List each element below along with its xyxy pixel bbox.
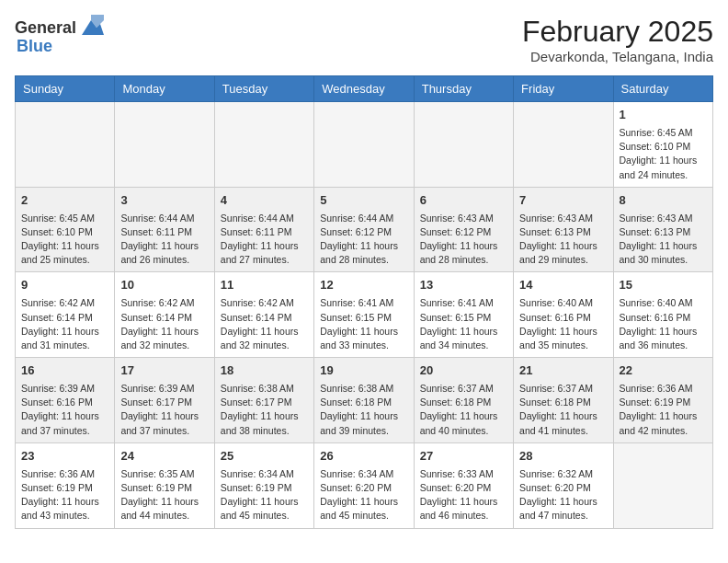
day-info: Sunrise: 6:40 AM Sunset: 6:16 PM Dayligh… xyxy=(519,297,597,350)
calendar-cell: 9Sunrise: 6:42 AM Sunset: 6:14 PM Daylig… xyxy=(16,272,115,358)
day-number: 27 xyxy=(420,448,507,465)
day-info: Sunrise: 6:36 AM Sunset: 6:19 PM Dayligh… xyxy=(620,383,698,436)
calendar-cell xyxy=(314,102,414,188)
day-info: Sunrise: 6:38 AM Sunset: 6:17 PM Dayligh… xyxy=(221,383,299,436)
calendar-cell: 14Sunrise: 6:40 AM Sunset: 6:16 PM Dayli… xyxy=(514,272,613,358)
day-number: 13 xyxy=(420,277,507,294)
calendar-cell: 20Sunrise: 6:37 AM Sunset: 6:18 PM Dayli… xyxy=(414,358,513,443)
day-number: 3 xyxy=(120,192,208,210)
day-info: Sunrise: 6:44 AM Sunset: 6:12 PM Dayligh… xyxy=(320,213,398,266)
calendar-cell: 12Sunrise: 6:41 AM Sunset: 6:15 PM Dayli… xyxy=(314,272,414,358)
calendar-cell: 26Sunrise: 6:34 AM Sunset: 6:20 PM Dayli… xyxy=(314,442,414,528)
day-number: 15 xyxy=(620,277,707,294)
calendar-cell: 1Sunrise: 6:45 AM Sunset: 6:10 PM Daylig… xyxy=(613,102,712,188)
weekday-header: Tuesday xyxy=(214,76,313,102)
calendar-cell: 6Sunrise: 6:43 AM Sunset: 6:12 PM Daylig… xyxy=(414,187,513,272)
day-number: 25 xyxy=(221,448,308,465)
day-info: Sunrise: 6:38 AM Sunset: 6:18 PM Dayligh… xyxy=(320,383,398,436)
day-number: 2 xyxy=(21,192,108,210)
calendar-cell xyxy=(414,102,513,188)
day-info: Sunrise: 6:32 AM Sunset: 6:20 PM Dayligh… xyxy=(519,468,597,522)
calendar-cell: 3Sunrise: 6:44 AM Sunset: 6:11 PM Daylig… xyxy=(115,187,214,272)
day-info: Sunrise: 6:44 AM Sunset: 6:11 PM Dayligh… xyxy=(221,213,299,266)
weekday-header: Thursday xyxy=(414,76,513,102)
day-info: Sunrise: 6:44 AM Sunset: 6:11 PM Dayligh… xyxy=(120,213,199,266)
calendar-week-row: 23Sunrise: 6:36 AM Sunset: 6:19 PM Dayli… xyxy=(16,442,713,528)
logo-icon xyxy=(78,15,104,40)
logo-general: General xyxy=(15,18,76,38)
day-info: Sunrise: 6:39 AM Sunset: 6:16 PM Dayligh… xyxy=(21,383,99,436)
day-info: Sunrise: 6:37 AM Sunset: 6:18 PM Dayligh… xyxy=(420,383,498,436)
day-number: 11 xyxy=(221,277,308,294)
calendar-cell: 27Sunrise: 6:33 AM Sunset: 6:20 PM Dayli… xyxy=(414,442,513,528)
day-number: 12 xyxy=(320,277,407,294)
calendar-cell: 2Sunrise: 6:45 AM Sunset: 6:10 PM Daylig… xyxy=(16,187,115,272)
day-number: 5 xyxy=(320,192,407,210)
day-info: Sunrise: 6:39 AM Sunset: 6:17 PM Dayligh… xyxy=(120,383,199,436)
title-block: February 2025 Devarkonda, Telangana, Ind… xyxy=(522,15,713,64)
day-number: 22 xyxy=(620,362,707,380)
day-info: Sunrise: 6:40 AM Sunset: 6:16 PM Dayligh… xyxy=(620,297,698,350)
day-number: 18 xyxy=(221,362,308,380)
calendar-week-row: 1Sunrise: 6:45 AM Sunset: 6:10 PM Daylig… xyxy=(16,102,713,188)
calendar-cell: 16Sunrise: 6:39 AM Sunset: 6:16 PM Dayli… xyxy=(16,358,115,443)
day-number: 14 xyxy=(519,277,607,294)
day-number: 23 xyxy=(21,448,108,465)
day-info: Sunrise: 6:43 AM Sunset: 6:13 PM Dayligh… xyxy=(519,213,597,266)
calendar-cell: 22Sunrise: 6:36 AM Sunset: 6:19 PM Dayli… xyxy=(613,358,712,443)
logo: General Blue xyxy=(15,15,104,56)
calendar-cell: 24Sunrise: 6:35 AM Sunset: 6:19 PM Dayli… xyxy=(115,442,214,528)
calendar-cell: 10Sunrise: 6:42 AM Sunset: 6:14 PM Dayli… xyxy=(115,272,214,358)
calendar-cell xyxy=(16,102,115,188)
day-number: 1 xyxy=(620,107,707,124)
calendar-cell: 18Sunrise: 6:38 AM Sunset: 6:17 PM Dayli… xyxy=(214,358,313,443)
day-info: Sunrise: 6:41 AM Sunset: 6:15 PM Dayligh… xyxy=(320,297,398,350)
weekday-header: Wednesday xyxy=(314,76,414,102)
day-number: 28 xyxy=(519,448,607,465)
day-number: 7 xyxy=(519,192,607,210)
calendar-week-row: 2Sunrise: 6:45 AM Sunset: 6:10 PM Daylig… xyxy=(16,187,713,272)
calendar-cell: 7Sunrise: 6:43 AM Sunset: 6:13 PM Daylig… xyxy=(514,187,613,272)
calendar-cell: 5Sunrise: 6:44 AM Sunset: 6:12 PM Daylig… xyxy=(314,187,414,272)
calendar-week-row: 16Sunrise: 6:39 AM Sunset: 6:16 PM Dayli… xyxy=(16,358,713,443)
day-number: 21 xyxy=(519,362,607,380)
calendar-cell: 17Sunrise: 6:39 AM Sunset: 6:17 PM Dayli… xyxy=(115,358,214,443)
day-number: 8 xyxy=(620,192,707,210)
weekday-header: Friday xyxy=(514,76,613,102)
day-info: Sunrise: 6:45 AM Sunset: 6:10 PM Dayligh… xyxy=(21,213,99,266)
day-number: 19 xyxy=(320,362,407,380)
day-number: 24 xyxy=(120,448,208,465)
day-info: Sunrise: 6:43 AM Sunset: 6:12 PM Dayligh… xyxy=(420,213,498,266)
month-title: February 2025 xyxy=(522,15,713,49)
day-number: 16 xyxy=(21,362,108,380)
day-info: Sunrise: 6:42 AM Sunset: 6:14 PM Dayligh… xyxy=(120,297,199,350)
calendar-cell xyxy=(514,102,613,188)
logo-blue: Blue xyxy=(17,37,52,56)
day-info: Sunrise: 6:43 AM Sunset: 6:13 PM Dayligh… xyxy=(620,213,698,266)
day-info: Sunrise: 6:34 AM Sunset: 6:19 PM Dayligh… xyxy=(221,468,299,522)
calendar-cell: 28Sunrise: 6:32 AM Sunset: 6:20 PM Dayli… xyxy=(514,442,613,528)
day-info: Sunrise: 6:42 AM Sunset: 6:14 PM Dayligh… xyxy=(21,297,99,350)
calendar-cell xyxy=(214,102,313,188)
day-number: 17 xyxy=(120,362,208,380)
calendar-cell xyxy=(613,442,712,528)
calendar-cell: 15Sunrise: 6:40 AM Sunset: 6:16 PM Dayli… xyxy=(613,272,712,358)
calendar-cell: 13Sunrise: 6:41 AM Sunset: 6:15 PM Dayli… xyxy=(414,272,513,358)
day-number: 10 xyxy=(120,277,208,294)
day-info: Sunrise: 6:41 AM Sunset: 6:15 PM Dayligh… xyxy=(420,297,498,350)
weekday-header: Sunday xyxy=(16,76,115,102)
day-number: 20 xyxy=(420,362,507,380)
calendar-cell: 11Sunrise: 6:42 AM Sunset: 6:14 PM Dayli… xyxy=(214,272,313,358)
day-number: 6 xyxy=(420,192,507,210)
day-info: Sunrise: 6:35 AM Sunset: 6:19 PM Dayligh… xyxy=(120,468,199,522)
location-title: Devarkonda, Telangana, India xyxy=(522,49,713,64)
day-number: 9 xyxy=(21,277,108,294)
calendar-table: SundayMondayTuesdayWednesdayThursdayFrid… xyxy=(15,75,713,529)
calendar-cell xyxy=(115,102,214,188)
page-header: General Blue February 2025 Devarkonda, T… xyxy=(15,15,713,64)
day-number: 4 xyxy=(221,192,308,210)
day-info: Sunrise: 6:42 AM Sunset: 6:14 PM Dayligh… xyxy=(221,297,299,350)
calendar-cell: 19Sunrise: 6:38 AM Sunset: 6:18 PM Dayli… xyxy=(314,358,414,443)
calendar-cell: 4Sunrise: 6:44 AM Sunset: 6:11 PM Daylig… xyxy=(214,187,313,272)
calendar-cell: 8Sunrise: 6:43 AM Sunset: 6:13 PM Daylig… xyxy=(613,187,712,272)
